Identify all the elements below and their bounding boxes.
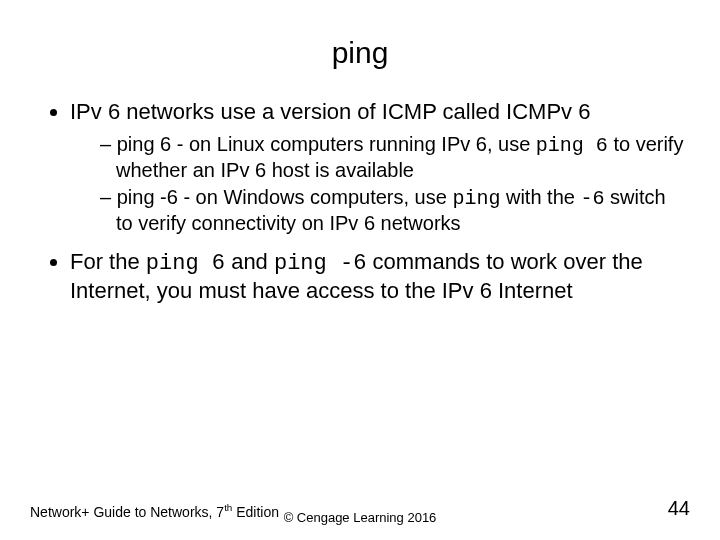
- b1s1-prefix: ping 6 - on Linux computers running IPv …: [117, 133, 536, 155]
- footer-center: © Cengage Learning 2016: [30, 510, 690, 526]
- b2-prefix: For the: [70, 249, 146, 274]
- b2-code2: ping -6: [274, 251, 366, 276]
- bullet-1: IPv 6 networks use a version of ICMP cal…: [70, 98, 684, 236]
- bullet-1-sublist: ping 6 - on Linux computers running IPv …: [100, 132, 684, 236]
- b1s2-code1: ping: [452, 187, 500, 210]
- b1s2-prefix: ping -6 - on Windows computers, use: [117, 186, 453, 208]
- b1s2-code2: -6: [580, 187, 604, 210]
- bullet-1-text: IPv 6 networks use a version of ICMP cal…: [70, 99, 590, 124]
- bullet-list: IPv 6 networks use a version of ICMP cal…: [52, 98, 690, 305]
- slide: ping IPv 6 networks use a version of ICM…: [0, 0, 720, 540]
- b2-mid1: and: [225, 249, 274, 274]
- bullet-1-sub-1: ping 6 - on Linux computers running IPv …: [100, 132, 684, 183]
- bullet-1-sub-2: ping -6 - on Windows computers, use ping…: [100, 185, 684, 236]
- slide-title: ping: [30, 36, 690, 70]
- bullet-2: For the ping 6 and ping -6 commands to w…: [70, 248, 684, 305]
- footer-page-number: 44: [668, 496, 690, 520]
- b2-code1: ping 6: [146, 251, 225, 276]
- b1s2-mid: with the: [500, 186, 580, 208]
- b1s1-code: ping 6: [536, 134, 608, 157]
